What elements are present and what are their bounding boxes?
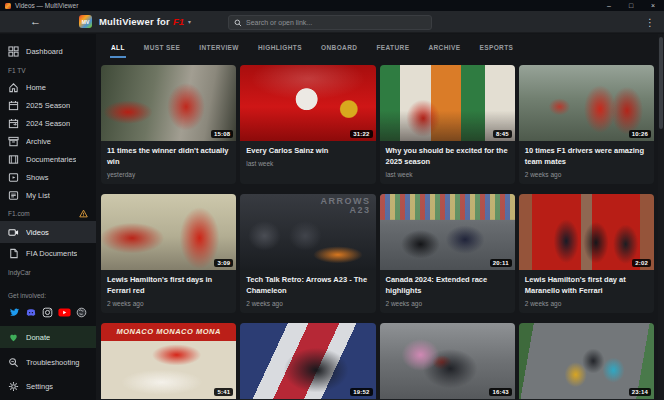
- sidebar-item-donate[interactable]: Donate: [0, 326, 96, 348]
- search-bar[interactable]: [228, 15, 432, 30]
- document-icon: [8, 248, 19, 259]
- video-thumbnail: 8:45: [380, 65, 515, 141]
- sidebar-item-videos[interactable]: Videos: [0, 221, 96, 243]
- sidebar-item-2025-season[interactable]: 2025 Season: [0, 96, 96, 114]
- troubleshoot-icon: [8, 357, 19, 368]
- duration-badge: 2:02: [632, 259, 651, 267]
- video-title: Every Carlos Sainz win: [246, 146, 369, 157]
- video-thumbnail: 10:26: [519, 65, 654, 141]
- video-card[interactable]: 23:14 Brazil 2024: Extended race highlig…: [519, 323, 654, 400]
- close-button[interactable]: ×: [642, 0, 664, 11]
- video-thumbnail: 16:43: [380, 323, 515, 399]
- video-thumbnail: 3:09: [101, 194, 236, 270]
- video-card[interactable]: 31:22 Every Carlos Sainz win last week: [240, 65, 375, 184]
- sidebar-item-label: Home: [26, 83, 46, 92]
- video-card[interactable]: MONACO MONACO MONA 5:41 Funniest moments…: [101, 323, 236, 400]
- video-card[interactable]: 16:43 Top 20 best overtakes and battles …: [380, 323, 515, 400]
- globe-icon[interactable]: [76, 307, 87, 318]
- duration-badge: 3:09: [214, 259, 233, 267]
- scrollbar-thumb[interactable]: [659, 37, 663, 129]
- calendar-icon: [8, 100, 19, 111]
- sidebar-item-my-list[interactable]: My List: [0, 186, 96, 204]
- discord-icon[interactable]: [25, 307, 37, 318]
- sidebar-item-fia-documents[interactable]: FIA Documents: [0, 243, 96, 263]
- tab-highlights[interactable]: HIGHLIGHTS: [257, 40, 303, 58]
- video-thumbnail: MONACO MONACO MONA 5:41: [101, 323, 236, 399]
- youtube-icon[interactable]: [58, 307, 71, 318]
- tab-feature[interactable]: FEATURE: [375, 40, 410, 58]
- video-card[interactable]: 8:45 Why you should be excited for the 2…: [380, 65, 515, 184]
- video-thumbnail: 19:52: [240, 323, 375, 399]
- section-label: F1 TV: [8, 67, 26, 74]
- tab-esports[interactable]: ESPORTS: [478, 40, 514, 58]
- video-card[interactable]: 20:11 Canada 2024: Extended race highlig…: [380, 194, 515, 313]
- sidebar: Dashboard F1 TV Home 2025 Season 2024 Se…: [0, 34, 96, 400]
- sidebar-item-settings[interactable]: Settings: [0, 376, 96, 396]
- gear-icon: [8, 381, 19, 392]
- sidebar-item-label: Donate: [26, 333, 50, 342]
- sidebar-item-2024-season[interactable]: 2024 Season: [0, 114, 96, 132]
- duration-badge: 8:45: [493, 130, 512, 138]
- sidebar-item-shows[interactable]: Shows: [0, 168, 96, 186]
- sidebar-section-f1com: F1.com: [0, 206, 96, 221]
- tab-all[interactable]: ALL: [110, 40, 126, 58]
- duration-badge: 5:41: [214, 388, 233, 396]
- maximize-button[interactable]: □: [620, 0, 642, 11]
- video-thumbnail: 23:14: [519, 323, 654, 399]
- archive-box-icon: [8, 136, 19, 147]
- video-title: 10 times F1 drivers were amazing team ma…: [525, 146, 648, 168]
- app-title: MultiViewer for: [99, 16, 170, 27]
- video-thumbnail: 20:11: [380, 194, 515, 270]
- instagram-icon[interactable]: [42, 307, 53, 318]
- sidebar-item-archive[interactable]: Archive: [0, 132, 96, 150]
- donate-heart-icon: [8, 332, 19, 343]
- chevron-down-icon[interactable]: ▾: [188, 18, 191, 25]
- tab-onboard[interactable]: ONBOARD: [320, 40, 358, 58]
- more-menu-icon[interactable]: ⋮: [645, 15, 655, 30]
- minimize-button[interactable]: –: [598, 0, 620, 11]
- video-title: Canada 2024: Extended race highlights: [386, 275, 509, 297]
- video-card[interactable]: 2:02 Lewis Hamilton's first day at Maran…: [519, 194, 654, 313]
- sidebar-item-label: Shows: [26, 173, 49, 182]
- video-card[interactable]: 3:09 Lewis Hamilton's first days in Ferr…: [101, 194, 236, 313]
- video-card[interactable]: 19:52 Great Britain 2024: Extended race …: [240, 323, 375, 400]
- film-icon: [8, 154, 19, 165]
- video-thumbnail: ARROWS A23: [240, 194, 375, 270]
- play-screen-icon: [8, 172, 19, 183]
- tab-must-see[interactable]: MUST SEE: [143, 40, 181, 58]
- video-age: last week: [386, 171, 509, 178]
- sidebar-item-label: FIA Documents: [26, 249, 77, 258]
- sidebar-item-dashboard[interactable]: Dashboard: [0, 41, 96, 61]
- video-title: 11 times the winner didn't actually win: [107, 146, 230, 168]
- tab-interview[interactable]: INTERVIEW: [198, 40, 240, 58]
- video-age: last week: [246, 160, 369, 167]
- section-label: F1.com: [8, 210, 30, 217]
- main-content: ALL MUST SEE INTERVIEW HIGHLIGHTS ONBOAR…: [96, 34, 664, 400]
- sidebar-item-label: 2025 Season: [26, 101, 70, 110]
- warning-icon: [79, 209, 88, 218]
- multiviewer-logo: MV: [79, 15, 92, 28]
- back-button[interactable]: ←: [30, 16, 41, 27]
- app-header: ← MV MultiViewer for F1 ▾ ⋮: [0, 11, 664, 33]
- tab-archive[interactable]: ARCHIVE: [427, 40, 461, 58]
- get-involved-label: Get involved:: [0, 288, 96, 302]
- sidebar-item-home[interactable]: Home: [0, 78, 96, 96]
- duration-badge: 23:14: [629, 388, 651, 396]
- sidebar-item-label: Settings: [26, 382, 53, 391]
- duration-badge: 19:52: [350, 388, 372, 396]
- video-thumbnail: 2:02: [519, 194, 654, 270]
- sidebar-item-documentaries[interactable]: Documentaries: [0, 150, 96, 168]
- video-card[interactable]: 10:26 10 times F1 drivers were amazing t…: [519, 65, 654, 184]
- sidebar-item-label: Dashboard: [26, 47, 63, 56]
- vertical-scrollbar[interactable]: [658, 34, 664, 400]
- video-card[interactable]: ARROWS A23 Tech Talk Retro: Arrows A23 -…: [240, 194, 375, 313]
- search-input[interactable]: [246, 19, 426, 26]
- sidebar-item-label: Troubleshooting: [26, 358, 80, 367]
- sidebar-item-troubleshooting[interactable]: Troubleshooting: [0, 352, 96, 372]
- video-thumbnail: 15:08: [101, 65, 236, 141]
- video-card[interactable]: 15:08 11 times the winner didn't actuall…: [101, 65, 236, 184]
- twitter-icon[interactable]: [9, 307, 20, 318]
- sidebar-section-indycar: IndyCar: [0, 265, 96, 280]
- sidebar-item-label: Videos: [26, 228, 49, 237]
- video-title: Lewis Hamilton's first days in Ferrari r…: [107, 275, 230, 297]
